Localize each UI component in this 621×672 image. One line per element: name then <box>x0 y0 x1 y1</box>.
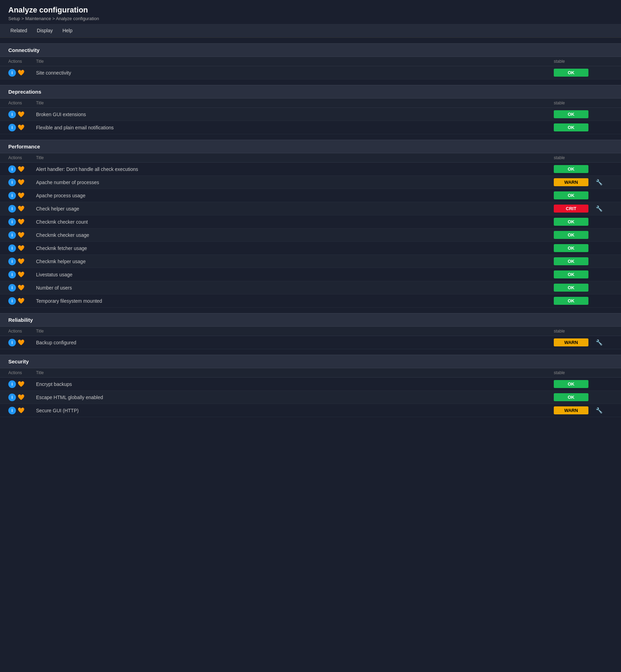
heart-icon[interactable]: 🧡 <box>17 407 25 414</box>
heart-icon[interactable]: 🧡 <box>17 244 25 252</box>
row-title: Check helper usage <box>36 206 554 212</box>
table-row: i🧡Alert handler: Don't handle all check … <box>0 163 621 176</box>
table-row: i🧡Temporary filesystem mountedOK <box>0 294 621 308</box>
table-header-reliability: ActionsTitlestable <box>0 327 621 336</box>
col-header-extra <box>595 59 613 64</box>
wrench-cell: 🔧 <box>595 179 613 186</box>
table-row: i🧡Apache number of processesWARN🔧 <box>0 176 621 189</box>
section-header-deprecations: Deprecations <box>0 85 621 98</box>
actions-cell: i🧡 <box>8 179 36 186</box>
heart-icon[interactable]: 🧡 <box>17 124 25 131</box>
info-icon[interactable]: i <box>8 258 16 265</box>
status-cell: OK <box>554 231 595 239</box>
status-cell: OK <box>554 270 595 278</box>
heart-icon[interactable]: 🧡 <box>17 271 25 278</box>
info-icon[interactable]: i <box>8 297 16 305</box>
heart-icon[interactable]: 🧡 <box>17 258 25 265</box>
info-icon[interactable]: i <box>8 165 16 173</box>
actions-cell: i🧡 <box>8 124 36 131</box>
actions-cell: i🧡 <box>8 394 36 401</box>
wrench-icon[interactable]: 🔧 <box>595 339 603 346</box>
status-cell: OK <box>554 123 595 131</box>
col-header-title: Title <box>36 59 554 64</box>
wrench-icon[interactable]: 🔧 <box>595 407 603 414</box>
section-header-security: Security <box>0 355 621 368</box>
status-badge: OK <box>554 393 588 401</box>
status-cell: CRIT <box>554 205 595 213</box>
heart-icon[interactable]: 🧡 <box>17 380 25 388</box>
heart-icon[interactable]: 🧡 <box>17 218 25 226</box>
status-badge: OK <box>554 218 588 226</box>
status-badge: WARN <box>554 406 588 414</box>
info-icon[interactable]: i <box>8 231 16 239</box>
info-icon[interactable]: i <box>8 284 16 292</box>
info-icon[interactable]: i <box>8 179 16 186</box>
info-icon[interactable]: i <box>8 218 16 226</box>
section-title-performance: Performance <box>8 144 613 149</box>
actions-cell: i🧡 <box>8 111 36 118</box>
table-row: i🧡Backup configuredWARN🔧 <box>0 336 621 349</box>
row-title: Site connectivity <box>36 70 554 76</box>
col-header-actions: Actions <box>8 101 36 105</box>
info-icon[interactable]: i <box>8 407 16 414</box>
row-title: Encrypt backups <box>36 381 554 387</box>
heart-icon[interactable]: 🧡 <box>17 205 25 213</box>
status-cell: OK <box>554 297 595 305</box>
heart-icon[interactable]: 🧡 <box>17 297 25 305</box>
info-icon[interactable]: i <box>8 69 16 77</box>
info-icon[interactable]: i <box>8 339 16 346</box>
info-icon[interactable]: i <box>8 244 16 252</box>
row-title: Checkmk helper usage <box>36 259 554 264</box>
row-title: Number of users <box>36 285 554 291</box>
info-icon[interactable]: i <box>8 192 16 199</box>
status-badge: OK <box>554 69 588 77</box>
col-header-stable: stable <box>554 370 595 375</box>
heart-icon[interactable]: 🧡 <box>17 192 25 199</box>
section-header-reliability: Reliability <box>0 313 621 327</box>
section-title-security: Security <box>8 359 613 364</box>
actions-cell: i🧡 <box>8 271 36 278</box>
heart-icon[interactable]: 🧡 <box>17 111 25 118</box>
status-cell: OK <box>554 380 595 388</box>
actions-cell: i🧡 <box>8 407 36 414</box>
nav-display[interactable]: Display <box>32 25 58 37</box>
section-title-deprecations: Deprecations <box>8 89 613 95</box>
row-title: Escape HTML globally enabled <box>36 395 554 400</box>
status-cell: WARN <box>554 338 595 346</box>
info-icon[interactable]: i <box>8 380 16 388</box>
heart-icon[interactable]: 🧡 <box>17 339 25 346</box>
main-content: ConnectivityActionsTitlestablei🧡Site con… <box>0 38 621 428</box>
info-icon[interactable]: i <box>8 205 16 213</box>
nav-help[interactable]: Help <box>58 25 77 37</box>
wrench-cell: 🔧 <box>595 407 613 414</box>
col-header-actions: Actions <box>8 370 36 375</box>
heart-icon[interactable]: 🧡 <box>17 69 25 77</box>
section-spacer <box>0 79 621 85</box>
wrench-icon[interactable]: 🔧 <box>595 179 603 186</box>
heart-icon[interactable]: 🧡 <box>17 394 25 401</box>
heart-icon[interactable]: 🧡 <box>17 284 25 292</box>
wrench-icon[interactable]: 🔧 <box>595 205 603 213</box>
col-header-actions: Actions <box>8 59 36 64</box>
row-title: Apache process usage <box>36 193 554 198</box>
info-icon[interactable]: i <box>8 111 16 118</box>
status-badge: OK <box>554 297 588 305</box>
table-row: i🧡Secure GUI (HTTP)WARN🔧 <box>0 404 621 417</box>
heart-icon[interactable]: 🧡 <box>17 179 25 186</box>
col-header-title: Title <box>36 329 554 334</box>
heart-icon[interactable]: 🧡 <box>17 165 25 173</box>
row-title: Checkmk checker usage <box>36 232 554 238</box>
info-icon[interactable]: i <box>8 124 16 131</box>
heart-icon[interactable]: 🧡 <box>17 231 25 239</box>
wrench-cell: 🔧 <box>595 339 613 346</box>
row-title: Checkmk checker count <box>36 219 554 225</box>
info-icon[interactable]: i <box>8 394 16 401</box>
table-header-performance: ActionsTitlestable <box>0 153 621 163</box>
status-cell: OK <box>554 393 595 401</box>
table-row: i🧡Site connectivityOK <box>0 66 621 79</box>
actions-cell: i🧡 <box>8 231 36 239</box>
info-icon[interactable]: i <box>8 271 16 278</box>
status-badge: OK <box>554 257 588 265</box>
section-title-reliability: Reliability <box>8 317 613 323</box>
nav-related[interactable]: Related <box>6 25 32 37</box>
